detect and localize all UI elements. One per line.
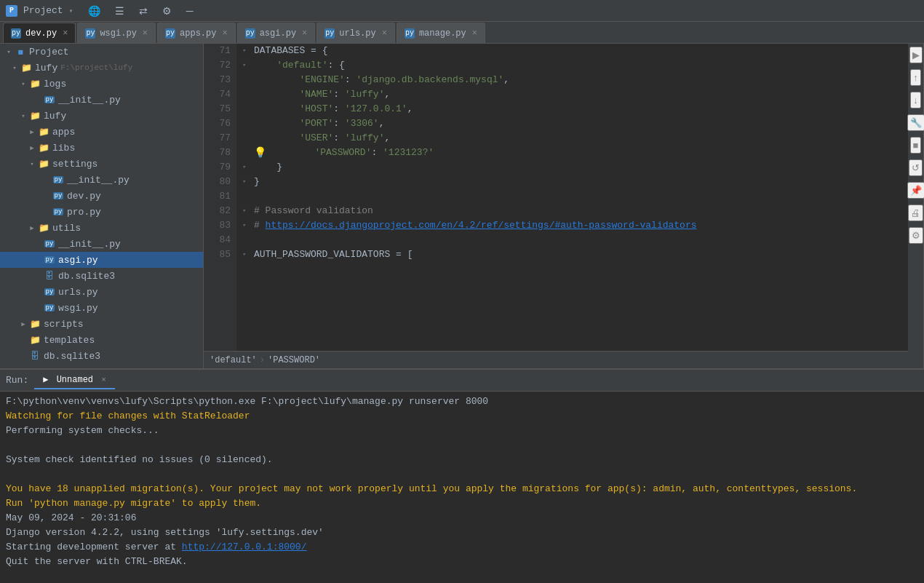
tab-apps-py[interactable]: py apps.py × — [157, 23, 236, 43]
py-icon-apps: py — [165, 28, 175, 39]
sidebar-item-lufy-folder[interactable]: ▾ 📁 lufy — [0, 108, 203, 124]
sidebar-pro-py-label: pro.py — [67, 207, 101, 218]
rerun-strip-icon[interactable]: ↺ — [909, 159, 923, 176]
sidebar-item-templates[interactable]: 📁 templates — [0, 332, 203, 348]
run-tab-icon: ▶ — [43, 375, 48, 385]
panel-tab-unnamed[interactable]: ▶ Unnamed × — [34, 371, 115, 389]
sidebar-wsgi-py-label: wsgi.py — [58, 303, 98, 314]
tab-asgi-py-close[interactable]: × — [302, 28, 307, 39]
tab-dev-py-close[interactable]: × — [63, 28, 68, 39]
bulb-icon[interactable]: 💡 — [254, 146, 266, 160]
code-line-83: ▾ # https://docs.djangoproject.com/en/4.… — [242, 218, 902, 233]
code-container: 71 72 73 74 75 76 77 78 79 80 81 82 83 8… — [204, 44, 908, 351]
project-title: Project — [23, 5, 63, 16]
sidebar-item-utils[interactable]: ▶ 📁 utils — [0, 220, 203, 236]
code-editor[interactable]: ▾ DATABASES = { ▾ 'default': { 'ENGINE':… — [236, 44, 908, 351]
apps-arrow: ▶ — [26, 126, 38, 138]
settings-icon[interactable]: ⚙ — [159, 4, 175, 18]
pin-strip-icon[interactable]: 📌 — [907, 182, 925, 199]
layout-icon[interactable]: ☰ — [112, 4, 127, 18]
project-tree: ▾ ◼ Project ▾ 📁 lufy F:\project\lufy ▾ 📁… — [0, 44, 204, 368]
tool-strip-icon[interactable]: 🔧 — [907, 114, 925, 131]
fold-82[interactable]: ▾ — [242, 204, 254, 218]
sidebar-item-db-root[interactable]: 🗄 db.sqlite3 — [0, 348, 203, 364]
tab-manage-py[interactable]: py manage.py × — [397, 23, 485, 43]
tab-dev-py-label: dev.py — [25, 28, 57, 39]
globe-icon[interactable]: 🌐 — [85, 4, 103, 18]
breadcrumb-item-2[interactable]: 'PASSWORD' — [268, 355, 320, 365]
project-selector[interactable]: P Project ▾ — [6, 5, 73, 17]
fold-84 — [242, 233, 254, 247]
sidebar-project-label: Project — [29, 47, 69, 57]
sidebar-asgi-py-label: asgi.py — [58, 255, 98, 266]
breadcrumb-item-1[interactable]: 'default' — [210, 355, 257, 365]
fold-71[interactable]: ▾ — [242, 44, 254, 58]
scroll-up-strip-icon[interactable]: ↑ — [910, 69, 921, 86]
panel-tab-close[interactable]: × — [101, 376, 106, 384]
terminal-info-5: Starting development server at — [6, 542, 182, 552]
sidebar-item-urls-py[interactable]: py urls.py — [0, 284, 203, 300]
sidebar-item-project[interactable]: ▾ ◼ Project — [0, 44, 203, 60]
py-icon-asgi-tree: py — [44, 254, 55, 266]
dev-server-link[interactable]: http://127.0.0.1:8000/ — [182, 542, 307, 552]
sidebar-lufy-folder-label: lufy — [44, 111, 66, 122]
sidebar-item-logs[interactable]: ▾ 📁 logs — [0, 76, 203, 92]
terminal-content[interactable]: F:\python\venv\venvs\lufy\Scripts\python… — [0, 392, 924, 583]
sidebar-item-db-sqlite3[interactable]: 🗄 db.sqlite3 — [0, 268, 203, 284]
django-docs-link[interactable]: https://docs.djangoproject.com/en/4.2/re… — [266, 220, 697, 231]
print-strip-icon[interactable]: 🖨 — [908, 205, 923, 221]
tab-apps-py-close[interactable]: × — [222, 28, 227, 39]
fold-85[interactable]: ▾ — [242, 247, 254, 262]
sidebar-utils-label: utils — [52, 223, 81, 234]
sidebar-item-init-lufy[interactable]: py __init__.py — [0, 236, 203, 252]
sidebar-item-apps[interactable]: ▶ 📁 apps — [0, 124, 203, 140]
code-line-79: ▾ } — [242, 160, 902, 175]
terminal-line-7: You have 18 unapplied migration(s). Your… — [6, 482, 918, 496]
py-icon-wsgi-tree: py — [44, 302, 55, 314]
tab-urls-py-close[interactable]: × — [382, 28, 387, 39]
tab-manage-py-close[interactable]: × — [472, 28, 477, 39]
sidebar-item-asgi-py[interactable]: py asgi.py — [0, 252, 203, 268]
fold-80[interactable]: ▾ — [242, 175, 254, 189]
sidebar-item-scripts[interactable]: ▶ 📁 scripts — [0, 316, 203, 332]
scroll-down-strip-icon[interactable]: ↓ — [910, 92, 921, 108]
terminal-line-6 — [6, 467, 918, 482]
run-strip-icon[interactable]: ▶ — [909, 47, 923, 63]
tab-urls-py[interactable]: py urls.py × — [316, 23, 395, 43]
project-icon: P — [6, 5, 17, 17]
fold-72[interactable]: ▾ — [242, 58, 254, 73]
sidebar-item-init-settings[interactable]: py __init__.py — [0, 172, 203, 188]
sidebar-item-libs[interactable]: ▶ 📁 libs — [0, 140, 203, 156]
main-content: ▾ ◼ Project ▾ 📁 lufy F:\project\lufy ▾ 📁… — [0, 44, 924, 368]
py-icon: py — [11, 28, 21, 39]
tab-wsgi-py-close[interactable]: × — [143, 28, 148, 39]
fold-83[interactable]: ▾ — [242, 218, 254, 233]
sidebar-item-init-logs[interactable]: py __init__.py — [0, 92, 203, 108]
fold-74 — [242, 87, 254, 102]
sidebar-item-settings[interactable]: ▾ 📁 settings — [0, 156, 203, 172]
stop-strip-icon[interactable]: ■ — [910, 137, 922, 154]
code-line-75: 'HOST': '127.0.0.1', — [242, 102, 902, 116]
tab-wsgi-py[interactable]: py wsgi.py × — [77, 23, 156, 43]
settings-strip-icon[interactable]: ⚙ — [909, 227, 923, 244]
sidebar-item-pro-py[interactable]: py pro.py — [0, 204, 203, 220]
fold-79[interactable]: ▾ — [242, 160, 254, 175]
sidebar-init-settings-label: __init__.py — [67, 175, 130, 186]
split-icon[interactable]: ⇄ — [136, 4, 151, 18]
sidebar-item-dev-py[interactable]: py dev.py — [0, 188, 203, 204]
tab-dev-py[interactable]: py dev.py × — [3, 23, 76, 43]
breadcrumb-bar: 'default' › 'PASSWORD' — [204, 351, 908, 368]
sidebar-dev-py-label: dev.py — [67, 191, 101, 202]
sidebar-item-lufy[interactable]: ▾ 📁 lufy F:\project\lufy — [0, 60, 203, 76]
terminal-warn-1: Watching for file changes with StatReloa… — [6, 411, 250, 421]
project-arrow: ▾ — [3, 46, 15, 57]
fold-76 — [242, 116, 254, 131]
code-line-78: 💡 'PASSWORD': '123123?' — [242, 146, 902, 160]
sidebar-item-wsgi-py[interactable]: py wsgi.py — [0, 300, 203, 316]
tab-manage-py-label: manage.py — [419, 28, 466, 39]
run-label: Run: — [6, 375, 28, 386]
code-line-77: 'USER': 'luffy', — [242, 131, 902, 146]
tab-asgi-py[interactable]: py asgi.py × — [237, 23, 316, 43]
terminal-line-9: May 09, 2024 - 20:31:06 — [6, 511, 918, 526]
minimize-icon[interactable]: ─ — [183, 4, 196, 18]
